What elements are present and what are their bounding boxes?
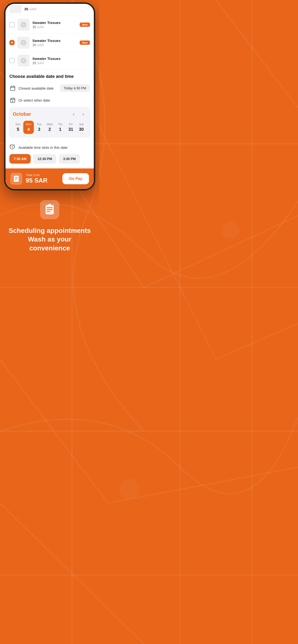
calendar-day-fri[interactable]: Fri 31 [66, 121, 76, 134]
calendar-next-button[interactable]: › [80, 111, 87, 118]
product-checkbox-1[interactable] [9, 22, 15, 27]
closest-date-label: Closest available date [19, 86, 60, 90]
phone-screen: 35 SAR Sweater Tissues 35 SAR New [6, 4, 94, 189]
calendar-add-icon [9, 97, 16, 104]
product-image-2 [18, 37, 30, 49]
timeslots-container: 7:30 AM12:30 PM3:30 PM [9, 154, 90, 164]
svg-rect-18 [11, 86, 15, 90]
calendar-day-sun[interactable]: Sun 5 [13, 121, 23, 134]
timeslot-button-12-30-pm[interactable]: 12:30 PM [33, 154, 56, 164]
closest-date-row: Closest available date Today 4:30 PM [6, 82, 94, 95]
product-image-1 [18, 19, 30, 31]
calendar-month: Octobar [13, 112, 70, 117]
calendar-prev-button[interactable]: ‹ [70, 111, 77, 118]
product-image-3 [18, 54, 30, 66]
calendar-day-mon[interactable]: Mon 4 [23, 121, 34, 134]
timeslot-header: Available time slots in this date [9, 144, 90, 151]
product-item-2: + Sweater Tissues 35 SAR New [6, 34, 94, 52]
product-item-partial: 35 SAR [6, 4, 94, 16]
product-price-3: 35 SAR [32, 61, 90, 65]
product-badge-2: New [80, 40, 90, 45]
app-icon-large [40, 200, 59, 219]
calendar-icon [9, 85, 16, 92]
promo-section: Scheduling appointments Wash as your con… [0, 190, 99, 264]
timeslot-button-3-30-pm[interactable]: 3:30 PM [59, 154, 80, 164]
calendar-nav: ‹ › [70, 111, 87, 118]
cost-info: Total Cost 95 SAR [26, 173, 62, 184]
cost-label: Total Cost [26, 173, 62, 177]
calendar-container: Octobar ‹ › Sun 5 Mon 4 Tue 3 Wed 2 Thr [9, 107, 90, 138]
calendar-day-sat[interactable]: Sat 30 [76, 121, 87, 134]
product-name-3: Sweater Tissues [32, 56, 90, 60]
bill-icon [10, 173, 22, 185]
timeslot-button-7-30-am[interactable]: 7:30 AM [9, 154, 31, 164]
clock-icon [9, 144, 16, 151]
product-item-3: Sweater Tissues 35 SAR [6, 52, 94, 70]
bottom-bar: Total Cost 95 SAR Go Pay [6, 168, 94, 189]
go-pay-button[interactable]: Go Pay [62, 173, 89, 184]
date-section-heading: Choose available date and time [6, 70, 94, 82]
calendar-day-tue[interactable]: Tue 3 [34, 121, 44, 134]
timeslot-section: Available time slots in this date 7:30 A… [6, 142, 94, 168]
timeslot-label: Available time slots in this date [19, 146, 68, 150]
add-product-button-2[interactable]: + [9, 40, 15, 45]
product-checkbox-3[interactable] [9, 58, 15, 63]
svg-rect-39 [49, 204, 50, 206]
product-info-3: Sweater Tissues 35 SAR [32, 56, 90, 65]
product-badge-1: New [80, 22, 90, 27]
promo-tagline: Scheduling appointments Wash as your con… [7, 226, 92, 252]
phone-frame: 35 SAR Sweater Tissues 35 SAR New [4, 2, 95, 190]
closest-date-value[interactable]: Today 4:30 PM [60, 84, 90, 92]
calendar-day-thr[interactable]: Thr 1 [55, 121, 66, 134]
svg-rect-40 [50, 204, 51, 206]
cost-amount: 95 SAR [26, 177, 62, 184]
other-date-row[interactable]: Or select other date [6, 95, 94, 107]
product-image-partial [9, 5, 21, 13]
calendar-day-wed[interactable]: Wed 2 [44, 121, 55, 134]
product-price-partial: 35 SAR [24, 7, 37, 11]
other-date-label: Or select other date [19, 98, 50, 102]
product-item-1: Sweater Tissues 35 SAR New [6, 16, 94, 34]
calendar-days: Sun 5 Mon 4 Tue 3 Wed 2 Thr 1 Fri 31 Sat… [13, 121, 87, 134]
calendar-header: Octobar ‹ › [13, 111, 87, 118]
phone-wrapper: 35 SAR Sweater Tissues 35 SAR New [4, 0, 95, 190]
